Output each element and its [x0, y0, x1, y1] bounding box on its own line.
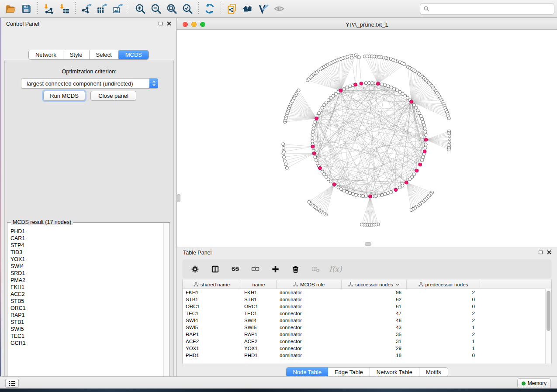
network-node[interactable] [349, 85, 352, 88]
table-row[interactable]: YOX1YOX1connector291 [183, 345, 551, 352]
table-cell[interactable]: 62 [342, 297, 407, 302]
table-cell[interactable]: SWI5 [183, 325, 241, 330]
table-cell[interactable]: RAP1 [241, 332, 277, 337]
network-node[interactable] [421, 159, 424, 162]
mcds-result-item[interactable]: SRD1 [10, 270, 164, 277]
network-node[interactable] [384, 193, 387, 196]
table-cell[interactable]: 35 [342, 332, 407, 337]
select-all-button[interactable] [229, 263, 241, 275]
table-row[interactable]: TEC1TEC1connector472 [183, 310, 551, 317]
mcds-result-item[interactable]: RAP1 [10, 312, 164, 319]
mcds-result-item[interactable]: ACE2 [10, 291, 164, 298]
network-node[interactable] [321, 170, 324, 173]
network-node[interactable] [311, 133, 314, 136]
network-node[interactable] [424, 143, 427, 146]
search-input[interactable] [432, 6, 554, 13]
table-cell[interactable]: 2 [407, 311, 480, 316]
close-panel-button[interactable]: Close panel [90, 91, 136, 101]
mcds-network-node[interactable] [423, 150, 426, 153]
network-node[interactable] [421, 117, 424, 120]
network-node[interactable] [403, 62, 406, 65]
table-cell[interactable]: YOX1 [241, 346, 277, 351]
network-node[interactable] [346, 86, 349, 89]
network-node[interactable] [367, 81, 370, 84]
search-field[interactable] [420, 3, 554, 15]
network-node[interactable] [352, 193, 355, 196]
optimization-criterion-select[interactable]: largest connected component (undirected) [21, 78, 158, 89]
tab-motifs[interactable]: Motifs [419, 368, 448, 377]
network-node[interactable] [297, 89, 300, 92]
columns-button[interactable] [209, 263, 221, 275]
network-node[interactable] [422, 120, 425, 124]
network-node[interactable] [350, 56, 353, 59]
table-cell[interactable]: 0 [407, 353, 480, 358]
network-node[interactable] [424, 130, 427, 133]
network-node[interactable] [313, 124, 316, 127]
zoom-in-button[interactable] [133, 2, 147, 16]
table-cell[interactable]: 29 [342, 346, 407, 351]
mcds-network-node[interactable] [415, 169, 419, 172]
network-node[interactable] [357, 56, 360, 59]
table-cell[interactable]: dominator [277, 318, 342, 323]
mcds-result-item[interactable]: TEC1 [10, 333, 164, 340]
table-cell[interactable]: dominator [277, 297, 342, 302]
column-header-successor-nodes[interactable]: successor nodes [342, 280, 407, 289]
network-node[interactable] [316, 162, 319, 165]
deselect-all-button[interactable] [249, 263, 261, 275]
table-cell[interactable]: dominator [277, 353, 342, 358]
close-panel-icon[interactable] [166, 21, 172, 26]
table-cell[interactable]: 61 [342, 304, 407, 309]
network-node[interactable] [424, 146, 427, 149]
mcds-network-node[interactable] [410, 100, 413, 103]
table-cell[interactable]: 1 [407, 346, 480, 351]
apply-preferred-layout-button[interactable] [203, 2, 217, 16]
table-row[interactable]: ACE2ACE2connector311 [183, 338, 551, 345]
table-row[interactable]: STB1STB1dominator620 [183, 296, 551, 303]
network-node[interactable] [349, 192, 352, 195]
tab-style[interactable]: Style [63, 50, 90, 59]
table-cell[interactable]: 31 [342, 339, 407, 344]
network-graph[interactable] [177, 30, 557, 246]
mcds-network-node[interactable] [318, 166, 322, 170]
table-row[interactable]: SWI4SWI4dominator462 [183, 317, 551, 324]
network-node[interactable] [410, 209, 413, 212]
mcds-network-node[interactable] [360, 82, 363, 85]
network-node[interactable] [364, 82, 367, 85]
table-cell[interactable]: YOX1 [183, 346, 241, 351]
network-node[interactable] [447, 148, 450, 151]
table-cell[interactable]: ACE2 [241, 339, 277, 344]
table-cell[interactable]: connector [277, 339, 342, 344]
mcds-result-item[interactable]: YOX1 [10, 256, 164, 263]
network-node[interactable] [390, 190, 393, 193]
table-cell[interactable]: FKH1 [241, 290, 277, 295]
table-cell[interactable]: connector [277, 311, 342, 316]
mcds-result-item[interactable]: FKH1 [10, 284, 164, 291]
mcds-result-item[interactable]: CAR1 [10, 235, 164, 242]
table-cell[interactable]: 2 [407, 318, 480, 323]
zoom-selected-button[interactable] [180, 2, 194, 16]
table-row[interactable]: SWI5SWI5connector431 [183, 324, 551, 331]
mcds-network-node[interactable] [311, 145, 315, 148]
mcds-network-node[interactable] [424, 138, 428, 141]
mcds-network-node[interactable] [405, 181, 408, 184]
mcds-network-node[interactable] [368, 195, 372, 198]
run-mcds-button[interactable]: Run MCDS [43, 91, 85, 101]
zoom-out-button[interactable] [149, 2, 163, 16]
hide-graphics-button[interactable] [272, 2, 286, 16]
mcds-result-item[interactable]: SWI5 [10, 326, 164, 333]
add-button[interactable] [270, 263, 281, 275]
network-node[interactable] [311, 140, 314, 143]
table-cell[interactable]: 18 [342, 353, 407, 358]
network-node[interactable] [390, 86, 393, 89]
mcds-result-item[interactable]: PHD1 [10, 228, 164, 235]
table-scrollbar-thumb[interactable] [547, 291, 550, 331]
network-node[interactable] [423, 127, 426, 130]
tab-network[interactable]: Network [29, 50, 63, 59]
network-node[interactable] [282, 146, 285, 149]
network-node[interactable] [384, 84, 387, 87]
table-row[interactable]: FKH1FKH1dominator962 [183, 289, 551, 296]
network-node[interactable] [343, 87, 346, 90]
mcds-network-node[interactable] [419, 163, 422, 166]
network-node[interactable] [285, 166, 288, 169]
mcds-result-item[interactable]: GCR1 [10, 340, 164, 347]
